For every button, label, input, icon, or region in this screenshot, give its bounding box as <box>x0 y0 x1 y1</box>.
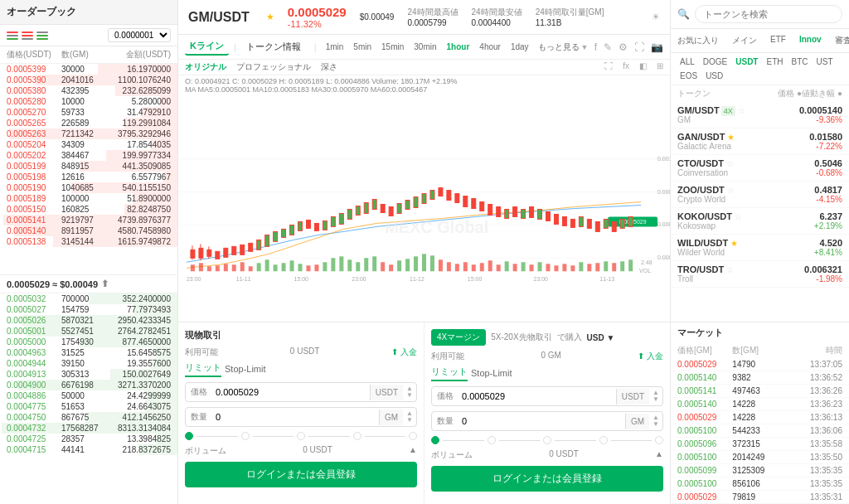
token-row[interactable]: GM/USDT4X☆ GM 0.0005140 -9.36% <box>671 102 849 128</box>
time-1hour[interactable]: 1hour <box>443 41 474 53</box>
token-row[interactable]: TRO/USDT☆ Troll 0.006321 -1.98% <box>671 261 849 288</box>
gm-limit-tab[interactable]: リミット <box>431 366 468 381</box>
spot-stoplimit-tab[interactable]: Stop-Limit <box>225 364 266 376</box>
star-icon[interactable]: ☆ <box>727 186 735 195</box>
fav-star-icon[interactable]: ★ <box>730 239 738 248</box>
more-link[interactable]: もっと見る <box>538 41 580 53</box>
bid-row[interactable]: 0.0005026 5870321 2950.4233345 <box>0 315 177 326</box>
tab-original[interactable]: オリジナル <box>185 61 226 73</box>
ob-precision-select[interactable]: 0.0000001 <box>108 28 171 42</box>
filter-UST[interactable]: UST <box>813 56 835 67</box>
time-15min[interactable]: 15min <box>377 41 408 53</box>
filter-BTC[interactable]: BTC <box>788 56 810 67</box>
ask-row[interactable]: 0.0005189 100000 51.8900000 <box>0 193 177 204</box>
ask-row[interactable]: 0.0005190 1040685 540.1155150 <box>0 182 177 193</box>
token-row[interactable]: KOKO/USDT☆ Kokoswap 6.237 +2.19% <box>671 208 849 235</box>
gm-login-btn[interactable]: ログインまたは会員登録 <box>431 466 663 492</box>
ob-view-ask[interactable] <box>22 32 33 40</box>
tab-token-info[interactable]: トークン情報 <box>241 39 306 55</box>
settings-icon[interactable]: ⚙ <box>619 41 628 53</box>
gm-qty-down[interactable]: ▼ <box>653 421 659 428</box>
ask-row[interactable]: 0.0005141 9219797 4739.8976377 <box>0 215 177 225</box>
fav-star-icon[interactable]: ★ <box>727 133 735 142</box>
gm-stoplimit-tab[interactable]: Stop-Limit <box>471 368 512 380</box>
gm-price-input[interactable] <box>458 388 616 405</box>
ask-row[interactable]: 0.0005202 384467 199.9977334 <box>0 150 177 161</box>
margin-4x-btn[interactable]: 4Xマージン <box>431 329 486 346</box>
search-input[interactable] <box>695 5 842 23</box>
currency-select[interactable]: USD ▼ <box>587 333 615 342</box>
right-tab-審査[interactable]: 審査 <box>828 32 849 49</box>
token-row[interactable]: ZOO/USDT☆ Crypto World 0.4817 -4.15% <box>671 182 849 208</box>
ask-row[interactable]: 0.0005198 12616 6.5577967 <box>0 172 177 182</box>
ask-row[interactable]: 0.0005270 59733 31.4792910 <box>0 107 177 118</box>
bid-row[interactable]: 0.0004913 305313 150.0027649 <box>0 369 177 380</box>
price-down-arrow[interactable]: ▼ <box>406 392 413 399</box>
tab-professional[interactable]: プロフェッショナル <box>236 61 311 73</box>
star-icon[interactable]: ☆ <box>726 265 734 274</box>
bid-row[interactable]: 0.0004715 44141 218.8372675 <box>0 444 177 455</box>
ask-row[interactable]: 0.0005399 30000 16.1970000 <box>0 64 177 75</box>
bid-row[interactable]: 0.0004725 28357 13.3984825 <box>0 434 177 444</box>
spot-price-input[interactable] <box>212 384 370 400</box>
bid-row[interactable]: 0.0005001 5527451 2764.2782451 <box>0 326 177 337</box>
time-4hour[interactable]: 4hour <box>475 41 505 53</box>
star-icon[interactable]: ★ <box>266 12 274 22</box>
spot-qty-input[interactable] <box>212 409 379 425</box>
slider-dot-50[interactable] <box>297 432 305 440</box>
slider-dot-25[interactable] <box>241 432 250 440</box>
bid-row[interactable]: 0.0004900 6676198 3271.3370200 <box>0 380 177 390</box>
gm-slider-25[interactable] <box>488 436 496 444</box>
bid-row[interactable]: 0.0004750 867675 412.1456250 <box>0 412 177 423</box>
slider-dot-100[interactable] <box>409 432 417 440</box>
bid-row[interactable]: 0.0004963 31525 15.6458575 <box>0 347 177 358</box>
filter-ALL[interactable]: ALL <box>677 56 697 67</box>
right-tab-ETF[interactable]: ETF <box>764 32 793 49</box>
ob-view-both[interactable] <box>7 32 18 40</box>
ob-view-bid[interactable] <box>36 32 48 40</box>
qty-down-arrow[interactable]: ▼ <box>406 417 413 424</box>
star-icon[interactable]: ☆ <box>735 212 742 221</box>
gm-slider-75[interactable] <box>599 436 608 444</box>
time-1min[interactable]: 1min <box>322 41 348 53</box>
filter-USDT[interactable]: USDT <box>733 56 760 67</box>
chart-option1[interactable]: fx <box>623 61 629 73</box>
spot-deposit-btn[interactable]: ⬆ 入金 <box>391 346 417 358</box>
right-tab-Innov[interactable]: Innov <box>793 32 828 49</box>
slider-dot-75[interactable] <box>353 432 361 440</box>
tab-depth[interactable]: 深さ <box>321 61 337 73</box>
indicator-icon[interactable]: f <box>594 41 597 53</box>
spot-limit-tab[interactable]: リミット <box>185 361 221 377</box>
filter-USD[interactable]: USD <box>703 70 725 81</box>
filter-EOS[interactable]: EOS <box>677 70 700 81</box>
ask-row[interactable]: 0.0005150 160825 82.8248750 <box>0 204 177 215</box>
ask-row[interactable]: 0.0005204 34309 17.8544035 <box>0 139 177 150</box>
right-tab-お気に入り[interactable]: お気に入り <box>671 32 725 49</box>
token-row[interactable]: CTO/USDT☆ Coinversation 0.5046 -0.68% <box>671 155 849 182</box>
bid-row[interactable]: 0.0004944 39150 19.3557600 <box>0 358 177 369</box>
gm-slider-100[interactable] <box>655 436 663 444</box>
tab-kline[interactable]: Kライン <box>185 38 229 56</box>
bid-row[interactable]: 0.0004886 50000 24.4299999 <box>0 390 177 401</box>
token-row[interactable]: WILD/USDT★ Wilder World 4.520 +8.41% <box>671 235 849 261</box>
ask-row[interactable]: 0.0005380 432395 232.6285099 <box>0 85 177 96</box>
gm-deposit-btn[interactable]: ⬆ 入金 <box>638 351 663 362</box>
ask-row[interactable]: 0.0005265 226589 119.2991084 <box>0 118 177 128</box>
bid-row[interactable]: 0.0005032 700000 352.2400000 <box>0 293 177 304</box>
spot-login-btn[interactable]: ログインまたは会員登録 <box>185 462 417 487</box>
bid-row[interactable]: 0.0004775 51653 24.6643075 <box>0 401 177 412</box>
filter-ETH[interactable]: ETH <box>764 56 785 67</box>
theme-toggle[interactable]: ☀ <box>652 12 660 22</box>
bid-row[interactable]: 0.0005027 154759 77.7973493 <box>0 304 177 315</box>
futures-link[interactable]: 5X-20X先物取引 <box>491 332 551 343</box>
time-30min[interactable]: 30min <box>410 41 440 53</box>
star-icon[interactable]: ☆ <box>726 159 734 168</box>
right-tab-メイン[interactable]: メイン <box>725 32 764 49</box>
chart-option3[interactable]: ⊞ <box>657 61 663 73</box>
bid-row[interactable]: 0.0005000 1754930 877.4650000 <box>0 337 177 347</box>
ask-row[interactable]: 0.0005140 8911957 4580.7458980 <box>0 225 177 236</box>
slider-dot-0[interactable] <box>185 432 193 440</box>
ask-row[interactable]: 0.0005390 2041016 1100.1076240 <box>0 75 177 85</box>
ask-row[interactable]: 0.0005199 848915 441.3509085 <box>0 161 177 172</box>
gm-slider-0[interactable] <box>431 436 439 444</box>
